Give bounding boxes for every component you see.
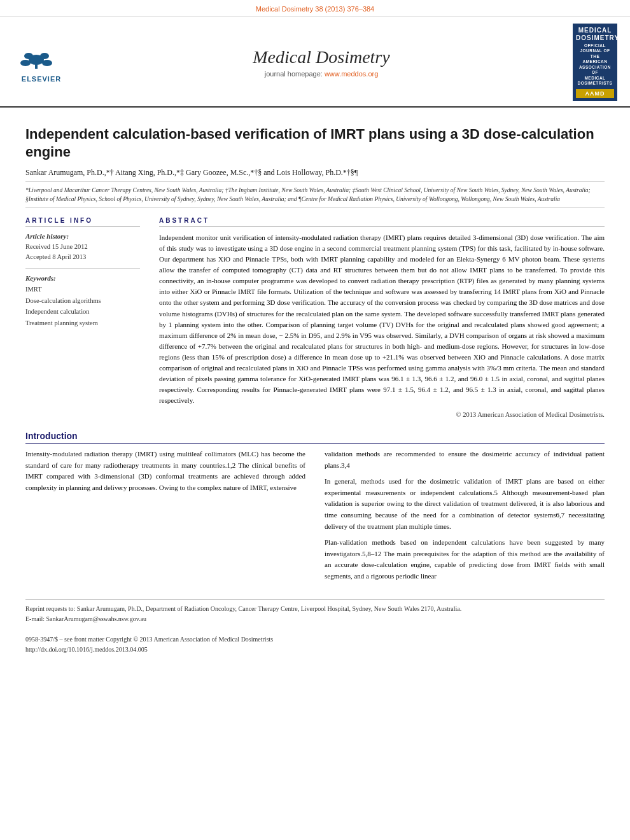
article-info: ARTICLE INFO Article history: Received 1… [25, 217, 140, 418]
intro-two-col: Intensity-modulated radiation therapy (I… [25, 449, 605, 587]
svg-point-4 [24, 53, 33, 59]
md-logo-title: MEDICALDOSIMETRY [576, 27, 614, 42]
elsevier-brand-text: ELSEVIER [13, 75, 70, 83]
authors: Sankar Arumugam, Ph.D.,*† Aitang Xing, P… [25, 168, 605, 178]
header-area: ELSEVIER Medical Dosimetry journal homep… [0, 17, 630, 108]
affiliations: *Liverpool and Macarthur Cancer Therapy … [25, 181, 605, 209]
keyword-imrt: IMRT [25, 284, 140, 295]
introduction-section: Introduction Intensity-modulated radiati… [25, 431, 605, 587]
intro-p4: Plan-validation methods based on indepen… [325, 537, 605, 582]
md-logo-sub: OFFICIAL JOURNAL OF THEAMERICAN ASSOCIAT… [576, 43, 614, 87]
issn-text: 0958-3947/$ – see front matter Copyright… [25, 634, 605, 645]
citation-text: Medical Dosimetry 38 (2013) 376–384 [256, 5, 375, 13]
history-block: Article history: Received 15 June 2012 A… [25, 232, 140, 262]
introduction-heading: Introduction [25, 431, 605, 444]
keyword-tps: Treatment planning system [25, 318, 140, 329]
divider [25, 269, 140, 269]
intro-p3: In general, methods used for the dosimet… [325, 476, 605, 532]
svg-point-3 [42, 60, 52, 66]
keyword-independent: Independent calculation [25, 306, 140, 318]
authors-text: Sankar Arumugam, Ph.D.,*† Aitang Xing, P… [25, 168, 358, 177]
article-title: Independent calculation-based verificati… [25, 125, 605, 162]
intro-p1: Intensity-modulated radiation therapy (I… [25, 449, 305, 493]
svg-point-5 [40, 53, 49, 59]
keywords-label: Keywords: [25, 274, 140, 282]
header-center: Medical Dosimetry journal homepage: www.… [83, 47, 560, 78]
history-label: Article history: [25, 232, 140, 240]
intro-col-left: Intensity-modulated radiation therapy (I… [25, 449, 305, 587]
abstract-section: ABSTRACT Independent monitor unit verifi… [159, 217, 605, 418]
keyword-dose-calc: Dose-calculation algorithms [25, 295, 140, 307]
accepted-date: Accepted 8 April 2013 [25, 252, 140, 262]
homepage-label: journal homepage: [265, 70, 323, 78]
doi-text: http://dx.doi.org/10.1016/j.meddos.2013.… [25, 645, 605, 655]
aamd-badge: AAMD [576, 89, 614, 98]
journal-title: Medical Dosimetry [83, 47, 560, 67]
journal-homepage: journal homepage: www.meddos.org [83, 70, 560, 78]
homepage-link[interactable]: www.meddos.org [325, 70, 378, 78]
abstract-heading: ABSTRACT [159, 217, 605, 227]
copyright-line: © 2013 American Association of Medical D… [159, 411, 605, 418]
intro-p2: validation methods are recommended to en… [325, 449, 605, 471]
two-col-section: ARTICLE INFO Article history: Received 1… [25, 217, 605, 418]
keywords-block: Keywords: IMRT Dose-calculation algorith… [25, 274, 140, 329]
reprint-text: Reprint requests to: Sankar Arumugam, Ph… [25, 604, 605, 614]
elsevier-tree-icon [13, 42, 64, 71]
footnote-box: Reprint requests to: Sankar Arumugam, Ph… [25, 599, 605, 624]
md-logo: MEDICALDOSIMETRY OFFICIAL JOURNAL OF THE… [573, 24, 617, 101]
bottom-info: 0958-3947/$ – see front matter Copyright… [25, 634, 605, 655]
top-bar: Medical Dosimetry 38 (2013) 376–384 [0, 0, 630, 17]
intro-col-right: validation methods are recommended to en… [325, 449, 605, 587]
abstract-text: Independent monitor unit verification of… [159, 232, 605, 406]
elsevier-logo: ELSEVIER [13, 42, 70, 83]
article-info-heading: ARTICLE INFO [25, 217, 140, 227]
svg-point-2 [20, 60, 31, 66]
article-body: Independent calculation-based verificati… [0, 108, 630, 668]
email-text: E-mail: SankarArumugam@sswahs.nsw.gov.au [25, 614, 605, 624]
received-date: Received 15 June 2012 [25, 242, 140, 252]
